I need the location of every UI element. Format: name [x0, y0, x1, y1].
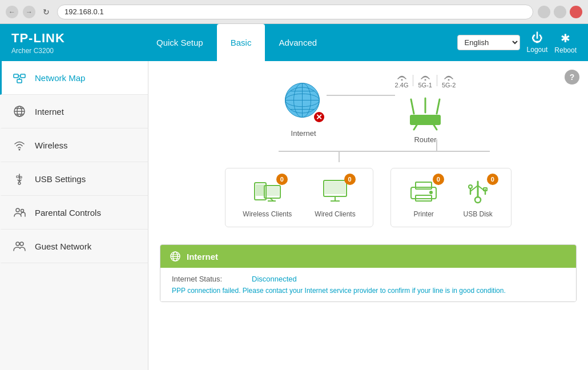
tab-quick-setup[interactable]: Quick Setup [143, 24, 217, 61]
nav-tabs: Quick Setup Basic Advanced [143, 24, 457, 61]
svg-line-32 [437, 99, 440, 114]
logo-text: TP-LINK [11, 31, 143, 46]
printer-icon-wrap: 0 [408, 177, 440, 206]
wired-clients-node[interactable]: 0 Wired Clients [315, 177, 355, 218]
svg-rect-37 [256, 184, 265, 196]
status-label: Internet Status: [172, 275, 240, 283]
band-5g2-label: 5G-2 [442, 82, 456, 89]
sidebar-item-usb[interactable]: USB Settings [0, 162, 148, 196]
main-content: ? [148, 61, 588, 370]
status-header: Internet [160, 245, 576, 268]
svg-point-10 [19, 149, 21, 151]
browser-icon-1 [538, 6, 550, 18]
sidebar-item-network-map[interactable]: Network Map [0, 61, 148, 95]
app: TP-LINK Archer C3200 Quick Setup Basic A… [0, 24, 588, 370]
svg-point-27 [401, 79, 402, 81]
reboot-button[interactable]: ✱ Reboot [554, 31, 577, 54]
status-globe-icon [170, 251, 181, 262]
sidebar-label-internet: Internet [35, 107, 64, 116]
band-5g1-label: 5G-1 [418, 82, 432, 89]
help-button[interactable]: ? [565, 70, 579, 85]
logo-sub: Archer C3200 [11, 47, 143, 55]
nav-right: English ⏻ Logout ✱ Reboot [457, 31, 577, 54]
printer-node[interactable]: 0 Printer [408, 177, 440, 218]
forward-button[interactable]: → [23, 6, 35, 18]
tab-basic[interactable]: Basic [217, 24, 265, 61]
internet-node[interactable]: ✕ Internet [281, 79, 327, 138]
guest-icon [13, 240, 27, 252]
wifi-band-5g2: 5G-2 [442, 73, 456, 89]
reboot-icon: ✱ [561, 31, 570, 45]
wifi-icon-5g2 [444, 73, 454, 81]
wireless-clients-node[interactable]: 0 Wireless Clients [243, 177, 292, 218]
svg-point-16 [16, 242, 19, 246]
network-map-area: ? [148, 61, 588, 239]
router-svg [405, 96, 445, 131]
usb-disk-node[interactable]: 0 USB Disk [462, 177, 494, 218]
status-value: Disconnected [252, 275, 297, 283]
router-node[interactable]: 2.4G 5G-1 [395, 73, 456, 144]
printer-label: Printer [414, 210, 434, 218]
usb-disk-badge: 0 [487, 174, 498, 185]
sidebar: Network Map Internet [0, 61, 148, 370]
sidebar-item-internet[interactable]: Internet [0, 95, 148, 128]
svg-line-35 [434, 125, 437, 130]
svg-rect-43 [325, 182, 345, 194]
logo-area: TP-LINK Archer C3200 [11, 31, 143, 55]
url-text: 192.168.0.1 [65, 7, 104, 16]
printer-badge: 0 [433, 174, 444, 185]
wifi-band-24g: 2.4G [395, 73, 409, 89]
wired-clients-badge: 0 [344, 174, 356, 185]
wireless-clients-label: Wireless Clients [243, 210, 292, 218]
svg-point-28 [424, 79, 426, 81]
parental-icon [13, 206, 27, 219]
wireless-wired-group: 0 Wireless Clients [225, 168, 373, 227]
sidebar-label-parental: Parental Controls [35, 208, 101, 218]
status-header-label: Internet [187, 252, 218, 262]
wired-clients-label: Wired Clients [315, 210, 355, 218]
wired-clients-icon-wrap: 0 [320, 177, 351, 206]
connection-line [327, 95, 395, 96]
printer-usb-group: 0 Printer [390, 168, 512, 227]
svg-rect-12 [20, 176, 22, 178]
tab-advanced[interactable]: Advanced [265, 24, 331, 61]
status-body: Internet Status: Disconnected PPP connec… [160, 268, 576, 301]
body-area: Network Map Internet [0, 61, 588, 370]
band-24g-label: 2.4G [395, 82, 409, 89]
status-note: PPP connection failed. Please contact yo… [172, 287, 565, 295]
sidebar-item-wireless[interactable]: Wireless [0, 128, 148, 162]
svg-rect-47 [416, 182, 432, 189]
sidebar-item-parental[interactable]: Parental Controls [0, 196, 148, 230]
address-bar[interactable]: 192.168.0.1 [57, 5, 533, 19]
status-row: Internet Status: Disconnected [172, 275, 565, 283]
clients-row: 0 Wireless Clients [166, 168, 571, 227]
refresh-button[interactable]: ↻ [40, 6, 53, 18]
internet-icon-wrap: ✕ [281, 79, 327, 124]
wifi-icon-24g [397, 73, 407, 81]
svg-point-13 [18, 182, 21, 184]
header: TP-LINK Archer C3200 Quick Setup Basic A… [0, 24, 588, 61]
language-select[interactable]: English [457, 35, 520, 50]
svg-rect-0 [14, 74, 18, 78]
sidebar-item-guest[interactable]: Guest Network [0, 230, 148, 263]
back-button[interactable]: ← [6, 6, 18, 18]
usb-icon [13, 172, 27, 185]
sidebar-label-wireless: Wireless [35, 140, 68, 150]
wifi-bands: 2.4G 5G-1 [395, 73, 456, 89]
svg-rect-33 [410, 115, 441, 125]
internet-label: Internet [291, 129, 316, 138]
svg-rect-1 [21, 74, 25, 78]
wireless-clients-badge: 0 [276, 174, 288, 185]
reboot-label: Reboot [554, 46, 577, 54]
internet-icon [13, 105, 27, 118]
svg-line-34 [414, 125, 417, 130]
logout-button[interactable]: ⏻ Logout [527, 31, 548, 54]
error-badge: ✕ [313, 111, 325, 123]
sidebar-label-usb: USB Settings [35, 174, 86, 184]
network-map-icon [13, 71, 27, 84]
wifi-icon-5g1 [420, 73, 430, 81]
svg-point-55 [469, 185, 472, 188]
svg-rect-2 [17, 79, 22, 83]
svg-point-17 [20, 242, 23, 246]
browser-icons [538, 6, 582, 18]
